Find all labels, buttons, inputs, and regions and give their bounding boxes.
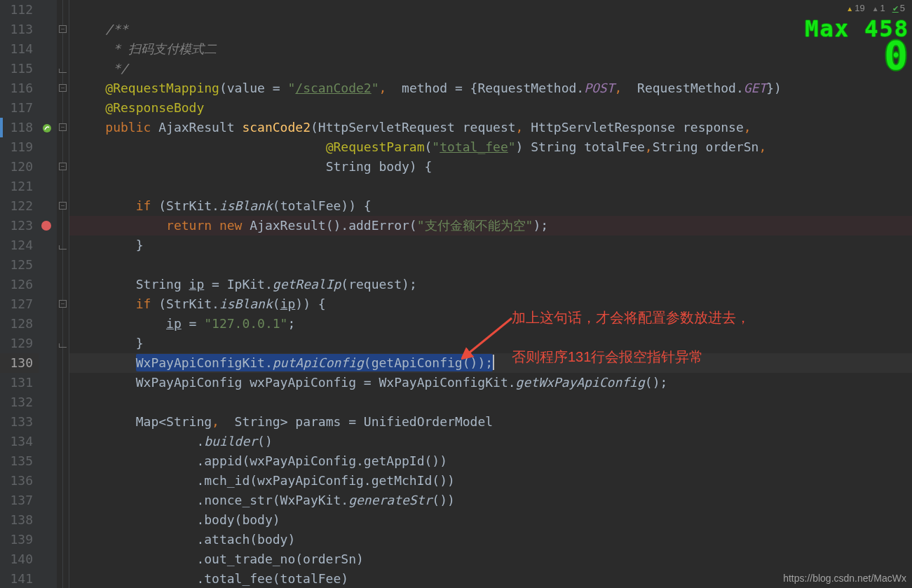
typo-icon[interactable]: 5 bbox=[892, 3, 905, 13]
fold-toggle[interactable]: − bbox=[59, 163, 67, 170]
fold-end bbox=[59, 69, 67, 73]
fold-end bbox=[59, 245, 67, 249]
code-token: total_fee bbox=[440, 139, 508, 154]
code-line[interactable]: Map<String, String> params = UnifiedOrde… bbox=[69, 412, 912, 432]
code-line[interactable]: .body(body) bbox=[69, 510, 912, 530]
line-number: 125 bbox=[0, 255, 39, 275]
weak-warning-count: 1 bbox=[880, 3, 885, 13]
code-token: .mch_id(wxPayApiConfig.getMchId()) bbox=[196, 473, 454, 488]
code-token: WxPayApiConfig wxPayApiConfig = WxPayApi… bbox=[136, 375, 516, 390]
code-line[interactable]: .appid(wxPayApiConfig.getAppId()) bbox=[69, 451, 912, 471]
line-number: 131 bbox=[0, 373, 39, 392]
line-number: 120 bbox=[0, 157, 39, 177]
code-line[interactable]: } bbox=[69, 334, 912, 353]
line-number: 126 bbox=[0, 275, 39, 294]
fold-gutter[interactable]: −−−−−− bbox=[57, 0, 69, 588]
code-line[interactable] bbox=[69, 177, 912, 196]
code-token: (request); bbox=[341, 277, 416, 292]
code-line[interactable]: .builder() bbox=[69, 432, 912, 451]
code-token: (value = bbox=[219, 81, 288, 95]
code-line[interactable]: .out_trade_no(orderSn) bbox=[69, 549, 912, 569]
line-number: 141 bbox=[0, 569, 39, 588]
svg-point-0 bbox=[43, 124, 51, 132]
code-line[interactable]: if (StrKit.isBlank(ip)) { bbox=[69, 294, 912, 314]
code-line[interactable]: WxPayApiConfig wxPayApiConfig = WxPayApi… bbox=[69, 373, 912, 392]
fold-toggle[interactable]: − bbox=[59, 202, 67, 210]
code-token: AjaxResult bbox=[151, 120, 242, 135]
code-line[interactable] bbox=[69, 392, 912, 412]
code-line[interactable]: public AjaxResult scanCode2(HttpServletR… bbox=[69, 118, 912, 137]
fold-toggle[interactable]: − bbox=[59, 123, 67, 131]
code-line[interactable]: } bbox=[69, 235, 912, 255]
code-line[interactable]: */ bbox=[69, 59, 912, 78]
code-token: ip bbox=[189, 277, 205, 292]
code-token: /scanCode2 bbox=[295, 81, 371, 95]
fold-toggle[interactable]: − bbox=[59, 300, 67, 308]
code-token: isBlank bbox=[219, 198, 273, 213]
code-line[interactable]: if (StrKit.isBlank(totalFee)) { bbox=[69, 196, 912, 216]
code-line[interactable]: .attach(body) bbox=[69, 530, 912, 549]
code-token: = IpKit. bbox=[204, 277, 273, 292]
code-token: String bbox=[136, 277, 189, 292]
text-cursor bbox=[493, 355, 494, 370]
code-token: "支付金额不能为空" bbox=[417, 218, 533, 233]
code-token: (getApiConfig()); bbox=[364, 355, 493, 370]
code-token: public bbox=[105, 120, 151, 135]
code-token: POST bbox=[584, 81, 614, 95]
spring-bean-icon[interactable] bbox=[41, 122, 53, 137]
code-line[interactable]: .mch_id(wxPayApiConfig.getMchId()) bbox=[69, 471, 912, 491]
code-line[interactable]: WxPayApiConfigKit.putApiConfig(getApiCon… bbox=[69, 353, 912, 373]
code-line[interactable]: .nonce_str(WxPayKit.generateStr()) bbox=[69, 491, 912, 510]
line-number: 117 bbox=[0, 98, 39, 118]
inspection-status[interactable]: 19 1 5 bbox=[846, 3, 905, 13]
code-token: AjaxResult().addError( bbox=[242, 218, 416, 233]
line-number: 113 bbox=[0, 20, 39, 39]
code-token: generateStr bbox=[348, 493, 432, 507]
code-token: String> params = UnifiedOrderModel bbox=[235, 414, 493, 429]
code-line[interactable]: return new AjaxResult().addError("支付金额不能… bbox=[69, 216, 912, 235]
code-token: if bbox=[136, 198, 151, 213]
code-line[interactable]: String body) { bbox=[69, 157, 912, 177]
selection: WxPayApiConfigKit.putApiConfig(getApiCon… bbox=[136, 354, 493, 371]
code-line[interactable]: @RequestParam("total_fee") String totalF… bbox=[69, 137, 912, 157]
code-line[interactable]: @ResponseBody bbox=[69, 98, 912, 118]
code-token: , bbox=[516, 120, 524, 135]
code-token: .total_fee(totalFee) bbox=[196, 571, 348, 586]
code-area[interactable]: /** * 扫码支付模式二 */ @RequestMapping(value =… bbox=[69, 0, 912, 588]
warning-count: 19 bbox=[855, 3, 864, 13]
code-line[interactable]: ip = "127.0.0.1"; bbox=[69, 314, 912, 334]
warning-icon[interactable]: 19 bbox=[846, 3, 864, 13]
fold-toggle[interactable]: − bbox=[59, 25, 67, 33]
code-token: scanCode2 bbox=[242, 120, 311, 135]
line-number: 138 bbox=[0, 510, 39, 530]
code-line[interactable]: @RequestMapping(value = "/scanCode2", me… bbox=[69, 78, 912, 98]
code-token: (HttpServletRequest request bbox=[311, 120, 516, 135]
fold-toggle[interactable]: − bbox=[59, 84, 67, 92]
code-token: .out_trade_no(orderSn) bbox=[196, 552, 363, 566]
line-number: 115 bbox=[0, 59, 39, 78]
code-token: putApiConfig bbox=[273, 355, 364, 370]
code-line[interactable]: String ip = IpKit.getRealIp(request); bbox=[69, 275, 912, 294]
code-line[interactable]: * 扫码支付模式二 bbox=[69, 39, 912, 59]
breakpoint-icon[interactable] bbox=[41, 221, 51, 231]
code-token: builder bbox=[204, 434, 257, 449]
code-token: @RequestMapping bbox=[105, 81, 219, 95]
code-token: ) String totalFee bbox=[516, 139, 645, 154]
line-number: 133 bbox=[0, 412, 39, 432]
code-line[interactable] bbox=[69, 0, 912, 20]
code-token: method = {RequestMethod. bbox=[402, 81, 584, 95]
line-number: 140 bbox=[0, 549, 39, 569]
code-token: ; bbox=[287, 316, 295, 331]
code-line[interactable]: /** bbox=[69, 20, 912, 39]
code-token: (totalFee)) { bbox=[273, 198, 372, 213]
code-token: " bbox=[372, 81, 379, 95]
code-token: , bbox=[615, 81, 622, 95]
weak-warning-icon[interactable]: 1 bbox=[872, 3, 885, 13]
code-line[interactable] bbox=[69, 255, 912, 275]
line-number: 118 bbox=[0, 118, 39, 137]
gutter-marks[interactable] bbox=[39, 0, 57, 588]
code-editor[interactable]: 1121131141151161171181191201211221231241… bbox=[0, 0, 912, 588]
code-token: new bbox=[219, 218, 243, 233]
line-number: 123 bbox=[0, 216, 39, 235]
line-number: 127 bbox=[0, 294, 39, 314]
